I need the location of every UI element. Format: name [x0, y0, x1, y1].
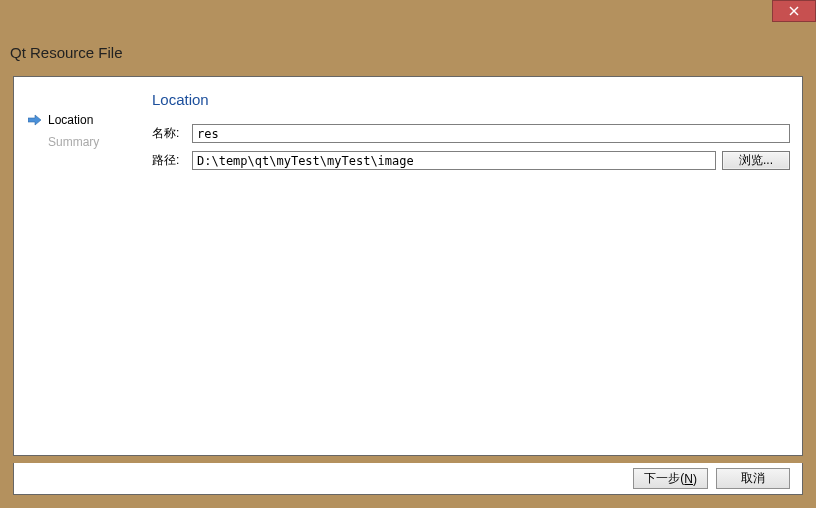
name-label: 名称:	[152, 125, 186, 142]
cancel-button[interactable]: 取消	[716, 468, 790, 489]
sidebar-item-label: Location	[48, 113, 93, 127]
cancel-button-label: 取消	[741, 470, 765, 487]
path-input[interactable]	[192, 151, 716, 170]
close-icon	[789, 6, 799, 16]
main-panel: Location 名称: 路径: 浏览...	[142, 77, 802, 455]
wizard-sidebar: Location Summary	[14, 77, 142, 455]
titlebar	[0, 0, 816, 33]
footer-button-bar: 下一步(N) 取消	[13, 463, 803, 495]
next-button-label-key: N	[684, 472, 693, 486]
next-button-label-post: )	[693, 472, 697, 486]
next-button-label-pre: 下一步(	[644, 470, 684, 487]
browse-button[interactable]: 浏览...	[722, 151, 790, 170]
form-row-path: 路径: 浏览...	[152, 151, 790, 170]
form-row-name: 名称:	[152, 124, 790, 143]
arrow-right-icon	[28, 114, 42, 126]
content-area: Location Summary Location 名称: 路径: 浏览...	[13, 76, 803, 456]
name-input[interactable]	[192, 124, 790, 143]
sidebar-item-summary: Summary	[14, 133, 142, 151]
dialog-window: Qt Resource File Location Summary Locati…	[0, 0, 816, 508]
browse-button-label: 浏览...	[739, 152, 773, 169]
next-button[interactable]: 下一步(N)	[633, 468, 708, 489]
window-title: Qt Resource File	[10, 44, 123, 61]
sidebar-item-location[interactable]: Location	[14, 111, 142, 129]
section-title: Location	[152, 91, 790, 108]
sidebar-item-label: Summary	[48, 135, 99, 149]
close-button[interactable]	[772, 0, 816, 22]
path-label: 路径:	[152, 152, 186, 169]
